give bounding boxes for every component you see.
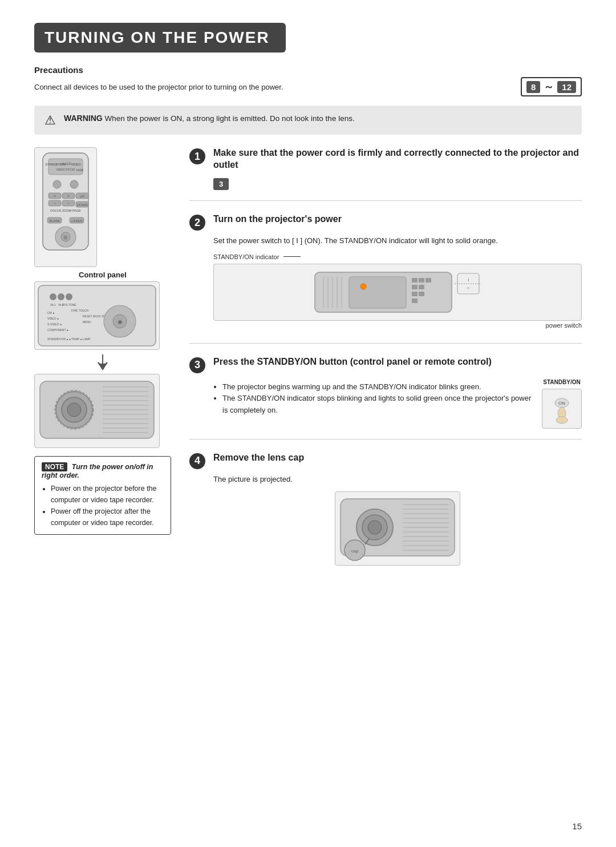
projector-lens-cap-image: cap (335, 491, 460, 566)
power-switch-label: power switch (545, 321, 582, 330)
svg-text:cap: cap (351, 548, 359, 554)
warning-box: ⚠ WARNING When the power is ON, a strong… (34, 106, 582, 135)
svg-point-7 (53, 180, 61, 188)
svg-text:INDICATOR: INDICATOR (56, 168, 75, 171)
step-4-desc: The picture is projected. (213, 474, 582, 485)
standby-on-label: STANDBY/ON (542, 378, 582, 386)
svg-rect-78 (412, 299, 418, 303)
svg-point-79 (360, 284, 366, 289)
svg-text:FOCUS   ZOOM   PAGE: FOCUS ZOOM PAGE (50, 209, 81, 212)
svg-text:⊞: ⊞ (63, 235, 68, 240)
svg-point-51 (67, 403, 81, 417)
remote-control-image: LASER INDICATOR STANDBY/ON VIDEO RGB + −… (34, 147, 97, 267)
precautions-row: Connect all devices to be used to the pr… (34, 77, 582, 96)
step-2-body-row: Set the power switch to [ I ] (ON). The … (213, 235, 582, 321)
svg-text:S-VIDEO ●: S-VIDEO ● (47, 322, 62, 326)
step-4-number: 4 (189, 453, 205, 469)
tilde-icon: ～ (542, 80, 555, 94)
step-3-title: Press the STANDBY/ON button (control pan… (213, 356, 492, 368)
svg-point-32 (66, 293, 72, 300)
page-number: 15 (572, 821, 582, 831)
svg-point-8 (70, 180, 78, 188)
svg-point-30 (50, 293, 56, 300)
svg-text:COMPONENT ●: COMPONENT ● (47, 328, 68, 332)
svg-text:UP: UP (80, 195, 84, 198)
svg-text:MENU: MENU (83, 320, 91, 324)
svg-text:BLANK: BLANK (49, 219, 60, 223)
svg-text:CM ●: CM ● (47, 311, 54, 314)
right-column: 1 Make sure that the power cord is firml… (189, 147, 582, 588)
note-header: NOTE Turn the power on/off in right orde… (42, 462, 164, 479)
step-2-text: Set the power switch to [ I ] (ON). The … (213, 235, 582, 321)
svg-text:ON: ON (558, 401, 565, 406)
step-2: 2 Turn on the projector's power Set the … (189, 213, 582, 344)
step-2-header: 2 Turn on the projector's power (189, 213, 582, 231)
precautions-text: Connect all devices to be used to the pr… (34, 83, 510, 91)
step-1-badge: 3 (213, 178, 229, 191)
svg-rect-74 (412, 285, 418, 289)
step-3-text: The projector begins warming up and the … (213, 378, 534, 417)
svg-point-31 (58, 293, 64, 300)
svg-rect-72 (419, 278, 424, 283)
page-range-start: 8 (526, 81, 540, 93)
svg-rect-71 (412, 278, 418, 283)
warning-text: WARNING When the power is ON, a strong l… (64, 112, 355, 124)
svg-text:IN-1: IN-1 (50, 303, 56, 306)
projector-side-image: I ○ (213, 264, 582, 321)
svg-text:−: − (54, 201, 56, 205)
step-1-number: 1 (189, 148, 205, 164)
warning-body: When the power is ON, a strong light is … (104, 114, 354, 123)
standby-indicator-row: STANDBY/ON indicator (213, 252, 582, 262)
main-layout: LASER INDICATOR STANDBY/ON VIDEO RGB + −… (34, 147, 582, 588)
svg-rect-77 (419, 292, 424, 296)
precautions-label: Precautions (34, 65, 582, 75)
svg-rect-75 (419, 285, 424, 289)
step-2-number: 2 (189, 215, 205, 231)
svg-text:VIDEO: VIDEO (71, 163, 81, 166)
svg-marker-47 (99, 364, 107, 370)
svg-text:○: ○ (467, 285, 470, 291)
warning-label: WARNING (64, 114, 103, 123)
page-title-bar: TURNING ON THE POWER (34, 23, 286, 53)
step-3-header: 3 Press the STANDBY/ON button (control p… (189, 356, 582, 373)
control-panel-label: Control panel (34, 271, 171, 279)
note-bullets-list: Power on the projector before the comput… (51, 483, 164, 529)
step-1: 1 Make sure that the power cord is firml… (189, 147, 582, 201)
page: TURNING ON THE POWER Precautions Connect… (0, 0, 616, 847)
svg-rect-76 (412, 292, 418, 296)
svg-text:−: − (67, 201, 70, 205)
precautions-section: Precautions Connect all devices to be us… (34, 65, 582, 96)
svg-text:RGB: RGB (76, 168, 83, 172)
svg-text:SYS.TONE: SYS.TONE (62, 303, 76, 306)
svg-rect-70 (349, 277, 406, 308)
step-2-title: Turn on the projector's power (213, 213, 342, 225)
step-2-body: Set the power switch to [ I ] (ON). The … (213, 235, 582, 330)
svg-text:I: I (468, 277, 469, 283)
step-3-bullet-1: The projector begins warming up and the … (222, 381, 534, 393)
svg-text:LASER: LASER (71, 219, 83, 223)
step-4-title: Remove the lens cap (213, 452, 304, 464)
step-3-number: 3 (189, 357, 205, 373)
step-1-header: 1 Make sure that the power cord is firml… (189, 147, 582, 171)
control-panel-image: IN-1 IN-2 SYS.TONE CM ● VIDEO ● S-VIDEO … (34, 281, 160, 350)
standby-hand-area: STANDBY/ON ON (542, 378, 582, 429)
svg-point-87 (556, 417, 568, 424)
step-3-body: The projector begins warming up and the … (213, 378, 582, 429)
step-4-body: The picture is projected. (213, 474, 582, 566)
svg-text:FIRE TOUCH: FIRE TOUCH (71, 309, 89, 312)
svg-text:VIDEO ●: VIDEO ● (47, 317, 59, 320)
svg-point-91 (368, 521, 382, 534)
step-1-title: Make sure that the power cord is firmly … (213, 147, 582, 171)
step-2-desc: Set the power switch to [ I ] (ON). The … (213, 235, 582, 247)
step-3-bullet-2: The STANDBY/ON indicator stops blinking … (222, 393, 534, 417)
indicator-line (283, 256, 301, 257)
svg-text:STANDBY/ON: STANDBY/ON (45, 163, 65, 166)
standby-hand-image: ON (542, 389, 582, 429)
svg-text:STANDBY/ON ●  ● TEMP  ● LAMP: STANDBY/ON ● ● TEMP ● LAMP (47, 337, 91, 341)
power-switch-area: power switch (213, 321, 582, 330)
note-box: NOTE Turn the power on/off in right orde… (34, 456, 171, 535)
step-3: 3 Press the STANDBY/ON button (control p… (189, 356, 582, 439)
page-range-badge: 8 ～ 12 (521, 77, 582, 96)
svg-rect-73 (425, 278, 431, 283)
step-4-header: 4 Remove the lens cap (189, 452, 582, 469)
